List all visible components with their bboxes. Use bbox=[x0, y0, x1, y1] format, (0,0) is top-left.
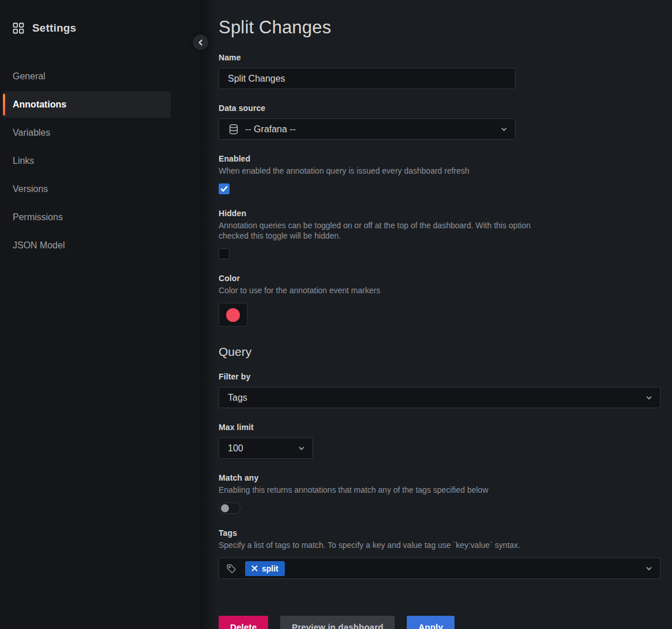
remove-tag-icon[interactable] bbox=[251, 565, 258, 572]
chevron-down-icon bbox=[500, 125, 508, 133]
apply-button[interactable]: Apply bbox=[407, 616, 455, 629]
match-any-label: Match any bbox=[219, 473, 660, 482]
max-limit-field-group: Max limit 100 bbox=[219, 423, 660, 459]
data-source-field-group: Data source -- Grafana -- bbox=[219, 103, 660, 140]
database-icon bbox=[228, 124, 239, 135]
settings-sidebar: Settings General Annotations Variables L… bbox=[0, 0, 200, 629]
enabled-label: Enabled bbox=[219, 154, 660, 163]
toggle-knob bbox=[221, 504, 229, 512]
name-field-group: Name bbox=[219, 53, 660, 89]
sidebar-collapse-button[interactable] bbox=[193, 34, 208, 50]
enabled-field-group: Enabled When enabled the annotation quer… bbox=[219, 154, 660, 194]
chevron-left-icon bbox=[197, 39, 204, 46]
hidden-description: Annotation queries can be toggled on or … bbox=[219, 220, 555, 241]
filter-by-label: Filter by bbox=[219, 372, 660, 381]
sidebar-item-annotations[interactable]: Annotations bbox=[3, 91, 171, 118]
preview-in-dashboard-button[interactable]: Preview in dashboard bbox=[280, 616, 395, 629]
color-description: Color to use for the annotation event ma… bbox=[219, 285, 660, 296]
match-any-toggle[interactable] bbox=[219, 503, 240, 514]
sidebar-item-variables[interactable]: Variables bbox=[0, 118, 200, 147]
settings-nav: General Annotations Variables Links Vers… bbox=[0, 62, 200, 259]
tags-input[interactable]: split bbox=[219, 558, 660, 579]
max-limit-label: Max limit bbox=[219, 423, 660, 432]
annotation-color-dot bbox=[226, 308, 240, 322]
max-limit-select[interactable]: 100 bbox=[219, 438, 313, 459]
match-any-description: Enabling this returns annotations that m… bbox=[219, 485, 660, 495]
annotation-settings-panel: Split Changes Name Data source -- Grafan… bbox=[200, 0, 672, 629]
check-icon bbox=[220, 185, 228, 193]
tag-chip-label: split bbox=[262, 564, 278, 573]
enabled-checkbox[interactable] bbox=[219, 183, 230, 194]
delete-button[interactable]: Delete bbox=[219, 616, 268, 629]
actions-row: Delete Preview in dashboard Apply bbox=[219, 616, 660, 629]
match-any-field-group: Match any Enabling this returns annotati… bbox=[219, 473, 660, 514]
settings-title: Settings bbox=[32, 22, 77, 34]
tags-label: Tags bbox=[219, 528, 660, 538]
filter-by-field-group: Filter by Tags bbox=[219, 372, 660, 408]
data-source-value: -- Grafana -- bbox=[245, 124, 296, 135]
settings-header: Settings bbox=[0, 0, 200, 34]
name-input[interactable] bbox=[219, 68, 516, 89]
chevron-down-icon bbox=[645, 565, 653, 573]
max-limit-value: 100 bbox=[228, 443, 243, 454]
hidden-field-group: Hidden Annotation queries can be toggled… bbox=[219, 209, 660, 259]
color-label: Color bbox=[219, 274, 660, 283]
sidebar-item-json-model[interactable]: JSON Model bbox=[0, 231, 200, 259]
color-field-group: Color Color to use for the annotation ev… bbox=[219, 274, 660, 327]
page-title: Split Changes bbox=[219, 17, 660, 38]
apps-grid-icon bbox=[13, 22, 24, 34]
sidebar-item-links[interactable]: Links bbox=[0, 147, 200, 175]
tags-description: Specify a list of tags to match. To spec… bbox=[219, 540, 660, 550]
name-label: Name bbox=[219, 53, 660, 62]
tag-icon bbox=[226, 563, 236, 574]
chevron-down-icon bbox=[645, 394, 653, 402]
enabled-description: When enabled the annotation query is iss… bbox=[219, 166, 660, 176]
hidden-checkbox[interactable] bbox=[219, 248, 230, 259]
sidebar-item-permissions[interactable]: Permissions bbox=[0, 203, 200, 231]
sidebar-item-general[interactable]: General bbox=[0, 62, 200, 90]
sidebar-item-versions[interactable]: Versions bbox=[0, 175, 200, 203]
color-picker[interactable] bbox=[219, 303, 247, 327]
filter-by-value: Tags bbox=[228, 393, 247, 403]
filter-by-select[interactable]: Tags bbox=[219, 387, 660, 408]
data-source-label: Data source bbox=[219, 103, 660, 113]
query-section-heading: Query bbox=[219, 345, 660, 359]
chevron-down-icon bbox=[297, 444, 306, 452]
data-source-select[interactable]: -- Grafana -- bbox=[219, 118, 516, 140]
tag-chip-split[interactable]: split bbox=[245, 561, 285, 576]
tags-field-group: Tags Specify a list of tags to match. To… bbox=[219, 528, 660, 579]
hidden-label: Hidden bbox=[219, 209, 660, 218]
dashboard-settings-page: Settings General Annotations Variables L… bbox=[0, 0, 672, 629]
